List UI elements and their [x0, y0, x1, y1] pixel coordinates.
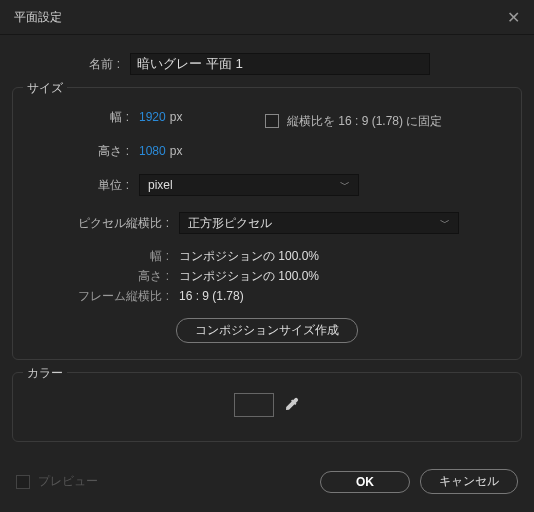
preview-toggle: プレビュー [16, 473, 98, 490]
info-height-value: コンポジションの 100.0% [179, 268, 319, 285]
unit-select-value: pixel [148, 178, 173, 192]
par-select-value: 正方形ピクセル [188, 215, 272, 232]
make-comp-size-button[interactable]: コンポジションサイズ作成 [176, 318, 358, 343]
height-value[interactable]: 1080 [139, 144, 166, 158]
name-label: 名前 : [12, 56, 130, 73]
lock-aspect-checkbox[interactable] [265, 114, 279, 128]
width-unit: px [170, 110, 183, 124]
ok-button[interactable]: OK [320, 471, 410, 493]
preview-label: プレビュー [38, 473, 98, 490]
par-label: ピクセル縦横比 : [25, 215, 179, 232]
cancel-button[interactable]: キャンセル [420, 469, 518, 494]
close-icon[interactable]: ✕ [507, 8, 520, 27]
info-width-value: コンポジションの 100.0% [179, 248, 319, 265]
info-height-label: 高さ : [25, 268, 179, 285]
info-frame-label: フレーム縦横比 : [25, 288, 179, 305]
dialog-title: 平面設定 [14, 9, 62, 26]
name-input[interactable] [130, 53, 430, 75]
width-label: 幅 : [25, 109, 139, 126]
color-fieldset: カラー [12, 372, 522, 442]
info-frame-value: 16 : 9 (1.78) [179, 289, 244, 303]
chevron-down-icon: ﹀ [440, 216, 450, 230]
unit-select[interactable]: pixel ﹀ [139, 174, 359, 196]
width-value[interactable]: 1920 [139, 110, 166, 124]
height-label: 高さ : [25, 143, 139, 160]
size-legend: サイズ [23, 80, 67, 97]
eyedropper-icon[interactable] [284, 396, 300, 415]
preview-checkbox [16, 475, 30, 489]
height-unit: px [170, 144, 183, 158]
par-select[interactable]: 正方形ピクセル ﹀ [179, 212, 459, 234]
lock-aspect-label: 縦横比を 16 : 9 (1.78) に固定 [287, 113, 442, 130]
color-legend: カラー [23, 365, 67, 382]
size-fieldset: サイズ 幅 : 1920 px 高さ : 1080 px 縦横比を 16 : 9… [12, 87, 522, 360]
chevron-down-icon: ﹀ [340, 178, 350, 192]
info-width-label: 幅 : [25, 248, 179, 265]
color-swatch[interactable] [234, 393, 274, 417]
unit-label: 単位 : [25, 177, 139, 194]
